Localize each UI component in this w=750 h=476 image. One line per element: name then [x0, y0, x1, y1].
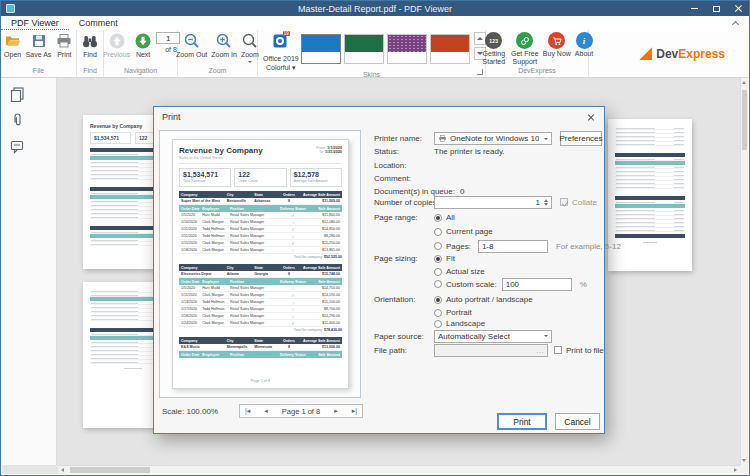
horizontal-scroll-thumb[interactable] — [70, 467, 150, 473]
report-stat-card: $12,578Average Sale Amount — [290, 168, 342, 187]
buy-now-button[interactable]: Buy Now — [541, 32, 573, 58]
maximize-button[interactable] — [705, 1, 727, 16]
zoom-out-label: Zoom Out — [176, 51, 207, 59]
print-button[interactable]: Print — [53, 32, 75, 59]
pending-icon — [292, 235, 295, 239]
tab-comment[interactable]: Comment — [69, 16, 128, 30]
ribbon-collapse-button[interactable] — [731, 18, 741, 28]
pages-input[interactable]: 1-8 — [478, 240, 548, 253]
skin-swatch-blue[interactable] — [301, 34, 341, 64]
print-confirm-button[interactable]: Print — [497, 413, 547, 430]
close-button[interactable] — [727, 1, 749, 16]
page-thumbnails-button[interactable] — [9, 86, 25, 102]
vertical-scroll-thumb[interactable] — [742, 90, 747, 150]
ribbon-group-skins: 19 Office 2019 Colorful ▾ Skins — [258, 30, 486, 77]
detail-header-row: Order DateEmployeePositionDelivery Statu… — [179, 351, 342, 358]
preferences-button[interactable]: Preferences — [560, 131, 602, 146]
detail-header-row: Order DateEmployeePositionDelivery Statu… — [179, 278, 342, 285]
previous-page-button[interactable]: ◂ — [264, 407, 268, 415]
first-page-button[interactable]: |◂ — [245, 407, 250, 415]
ribbon: Open Save As Print File Find F — [1, 30, 749, 78]
ribbon-group-zoom: Zoom Out Zoom In Zoom Zoom — [178, 30, 258, 77]
employee-cell: Harv Mudd — [200, 213, 228, 217]
employee-cell: Todd Hoffman — [200, 300, 228, 304]
stat-label: Order Count — [238, 179, 282, 183]
master-data-row: Super Mart of the WestBentonvilleArkansa… — [179, 198, 342, 205]
radio-selected-icon — [434, 255, 442, 263]
delivery-status-cell — [277, 300, 310, 305]
minimize-button[interactable] — [683, 1, 705, 16]
range-current-radio[interactable]: Current page — [434, 227, 493, 236]
master-cell: 8 — [280, 272, 298, 276]
order-date-cell: 1/11/2020 — [179, 227, 200, 231]
collate-checkbox[interactable]: Collate — [560, 198, 597, 207]
custom-scale-input[interactable]: 100 — [502, 278, 572, 291]
last-page-button[interactable]: ▸| — [352, 407, 357, 415]
tab-pdf-viewer[interactable]: PDF Viewer — [1, 16, 69, 30]
orientation-portrait-radio[interactable]: Portrait — [434, 308, 472, 317]
skin-swatch-red[interactable] — [430, 34, 470, 64]
skin-swatch-green[interactable] — [344, 34, 384, 64]
column-header: Average Sale Amount — [298, 266, 342, 270]
master-cell: Atlanta — [225, 272, 253, 276]
previous-page-button[interactable]: Previous — [101, 32, 132, 59]
file-path-input[interactable]: … — [434, 344, 548, 357]
range-pages-radio[interactable]: Pages: — [434, 242, 471, 251]
paper-source-select[interactable]: Automatically Select — [434, 330, 552, 343]
printer-select[interactable]: OneNote for Windows 10 — [434, 132, 552, 145]
copies-input[interactable]: 1 — [434, 196, 552, 209]
stat-value: 122 — [238, 171, 282, 178]
sizing-actual-radio[interactable]: Actual size — [434, 267, 485, 276]
find-button[interactable]: Find — [79, 32, 101, 59]
sale-amount-cell: $14,190.00 — [309, 293, 342, 297]
orientation-landscape-radio[interactable]: Landscape — [434, 319, 485, 328]
orientation-label: Orientation: — [374, 295, 434, 304]
sale-amount-cell: $8,280.00 — [309, 234, 342, 238]
preview-page: Revenue by Company Sales in the United S… — [172, 139, 349, 389]
range-all-radio[interactable]: All — [434, 213, 455, 222]
column-header: State — [252, 339, 280, 343]
open-folder-icon — [4, 32, 22, 50]
report-header: Revenue by Company Sales in the United S… — [179, 146, 342, 164]
paper-source-label: Paper source: — [374, 332, 434, 341]
column-header: Position — [228, 207, 277, 211]
open-button[interactable]: Open — [2, 32, 24, 59]
next-page-button[interactable]: Next — [132, 32, 154, 59]
attachments-button[interactable] — [9, 112, 25, 128]
next-page-button[interactable]: ▸ — [334, 407, 338, 415]
copies-spinner[interactable] — [544, 197, 548, 208]
cancel-button[interactable]: Cancel — [555, 413, 600, 430]
delivery-status-cell — [277, 286, 310, 291]
master-cell: Minneapolis — [225, 345, 253, 349]
zoom-out-button[interactable]: Zoom Out — [174, 32, 209, 59]
order-date-cell: 1/5/2020 — [179, 286, 200, 290]
position-cell: Retail Sales Manager — [228, 213, 277, 217]
skins-dialog-launcher-icon[interactable] — [477, 69, 483, 75]
horizontal-scrollbar[interactable] — [58, 465, 740, 474]
vertical-scrollbar[interactable] — [740, 78, 748, 465]
orientation-auto-radio[interactable]: Auto portrait / landscape — [434, 295, 533, 304]
about-button[interactable]: i About — [573, 32, 595, 58]
sizing-fit-radio[interactable]: Fit — [434, 254, 455, 263]
bg-stat-value: $1,534,571 — [90, 132, 131, 144]
navigation-sidebar — [2, 78, 57, 465]
column-header: Employee — [200, 280, 228, 284]
zoom-in-button[interactable]: Zoom In — [209, 32, 239, 59]
next-label: Next — [136, 51, 150, 59]
zoom-in-icon — [215, 32, 233, 50]
sizing-custom-radio[interactable]: Custom scale: — [434, 280, 497, 289]
skin-swatch-purple[interactable] — [387, 34, 427, 64]
order-date-cell: 1/11/2020 — [179, 293, 200, 297]
maximize-icon — [713, 6, 720, 12]
save-as-button[interactable]: Save As — [24, 32, 54, 59]
column-header: State — [252, 193, 280, 197]
scrollbar-corner — [740, 465, 748, 474]
skin-dropdown-button[interactable]: 19 Office 2019 Colorful ▾ — [261, 32, 301, 71]
get-free-support-button[interactable]: Get Free Support — [509, 32, 541, 65]
getting-started-button[interactable]: 123 Getting Started — [479, 32, 509, 65]
stat-label: Average Sale Amount — [294, 179, 338, 183]
employee-cell: Todd Hoffman — [200, 307, 228, 311]
comments-button[interactable] — [9, 138, 25, 154]
print-to-file-checkbox[interactable]: Print to file — [554, 346, 604, 355]
position-cell: Retail Sales Manager — [228, 241, 277, 245]
